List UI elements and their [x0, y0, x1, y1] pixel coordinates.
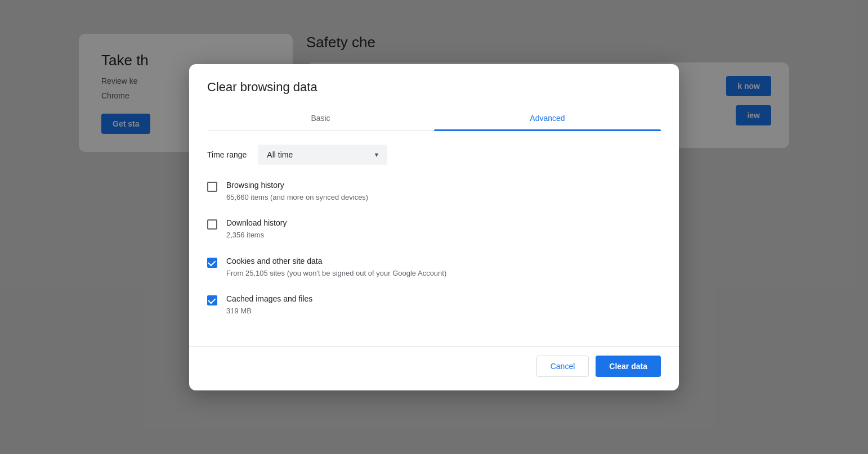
download-history-text: Download history 2,356 items — [226, 218, 661, 241]
modal-overlay: Clear browsing data Basic Advanced Time … — [0, 0, 868, 454]
cached-images-checkbox[interactable] — [207, 295, 217, 305]
dialog-tabs: Basic Advanced — [207, 106, 661, 131]
cookies-checkbox-wrap[interactable] — [207, 258, 217, 268]
clear-data-button[interactable]: Clear data — [596, 356, 661, 377]
download-history-checkbox[interactable] — [207, 219, 217, 230]
tab-basic[interactable]: Basic — [207, 106, 434, 131]
cookies-title: Cookies and other site data — [226, 257, 661, 266]
cached-images-text: Cached images and files 319 MB — [226, 294, 661, 317]
time-range-row: Time range All time Last hour Last 24 ho… — [207, 145, 661, 165]
cached-images-title: Cached images and files — [226, 294, 661, 303]
dialog-title: Clear browsing data — [207, 80, 661, 95]
tab-advanced[interactable]: Advanced — [434, 106, 661, 131]
cookies-text: Cookies and other site data From 25,105 … — [226, 257, 661, 279]
browsing-history-title: Browsing history — [226, 181, 661, 190]
cached-images-item: Cached images and files 319 MB — [207, 294, 661, 317]
browsing-history-checkbox[interactable] — [207, 182, 217, 192]
browsing-history-desc: 65,660 items (and more on synced devices… — [226, 192, 661, 203]
browsing-history-text: Browsing history 65,660 items (and more … — [226, 181, 661, 203]
dialog-footer: Cancel Clear data — [189, 346, 679, 390]
time-range-select[interactable]: All time Last hour Last 24 hours Last 7 … — [258, 145, 387, 165]
cached-images-checkbox-wrap[interactable] — [207, 295, 217, 305]
cookies-item: Cookies and other site data From 25,105 … — [207, 257, 661, 279]
cached-images-desc: 319 MB — [226, 305, 661, 317]
browsing-history-checkbox-wrap[interactable] — [207, 182, 217, 192]
cookies-checkbox[interactable] — [207, 258, 217, 268]
dialog-header: Clear browsing data Basic Advanced — [189, 64, 679, 131]
download-history-checkbox-wrap[interactable] — [207, 219, 217, 230]
download-history-title: Download history — [226, 218, 661, 227]
cancel-button[interactable]: Cancel — [536, 356, 589, 377]
clear-browsing-data-dialog: Clear browsing data Basic Advanced Time … — [189, 64, 679, 390]
cookies-desc: From 25,105 sites (you won't be signed o… — [226, 268, 661, 279]
download-history-item: Download history 2,356 items — [207, 218, 661, 241]
dialog-body: Time range All time Last hour Last 24 ho… — [189, 131, 679, 346]
time-range-label: Time range — [207, 150, 247, 159]
download-history-desc: 2,356 items — [226, 230, 661, 241]
time-range-select-wrapper[interactable]: All time Last hour Last 24 hours Last 7 … — [258, 145, 387, 165]
browsing-history-item: Browsing history 65,660 items (and more … — [207, 181, 661, 203]
